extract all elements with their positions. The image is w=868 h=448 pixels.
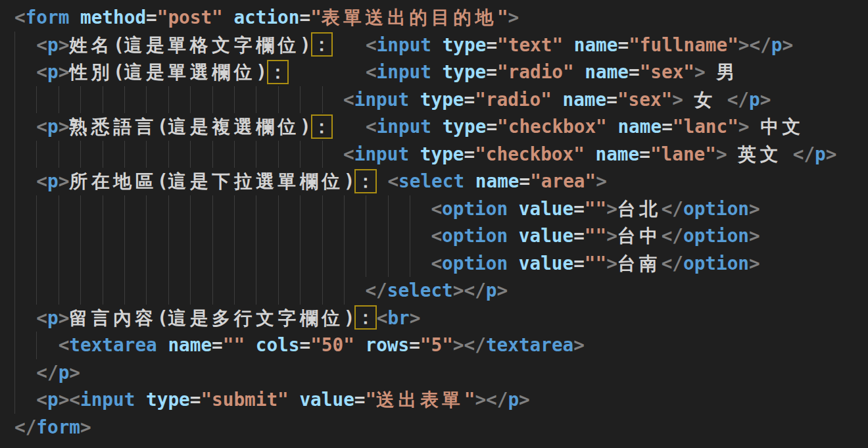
code-token: 中文 (760, 116, 804, 137)
code-line-text: <p>熟悉語言(這是複選欄位)： <input type="checkbox" … (14, 116, 804, 137)
code-token: </ (365, 280, 387, 301)
code-token: option (442, 198, 508, 220)
code-token (782, 143, 793, 165)
code-token: < (366, 61, 377, 83)
unicode-highlight-box: ： (267, 60, 289, 84)
code-token: > (596, 170, 607, 192)
code-token: input (80, 389, 135, 411)
code-line-15[interactable]: <p><input type="submit" value="送出表單"></p… (0, 386, 868, 414)
code-token: < (14, 7, 26, 28)
code-token (431, 116, 443, 137)
code-token: 熟悉語言 (69, 116, 157, 137)
code-token (223, 7, 234, 28)
code-line-text: <option value="">台南</option> (14, 253, 760, 274)
code-area[interactable]: <form method="post" action="表單送出的目的地"> <… (0, 4, 868, 441)
code-line-6[interactable]: <input type="checkbox" name="lane"> 英文 <… (0, 141, 868, 168)
code-token: " (310, 7, 322, 28)
code-token: 男 (716, 61, 738, 83)
code-token: ></ (475, 389, 508, 411)
code-token: 這是單選欄位 (124, 61, 256, 83)
code-token: option (683, 253, 749, 274)
code-token: = (617, 34, 629, 56)
code-token: > (672, 89, 683, 111)
code-token: = (573, 253, 585, 274)
code-line-text: <p>性別(這是單選欄位)： <input type="radio" name=… (14, 61, 738, 83)
leading-indent (14, 116, 36, 137)
code-token: </ (662, 198, 683, 220)
code-token (354, 334, 366, 356)
code-token: 英文 (738, 143, 782, 165)
code-token (706, 61, 717, 83)
code-token: "50" (310, 334, 354, 356)
code-line-5[interactable]: <p>熟悉語言(這是複選欄位)： <input type="checkbox" … (0, 113, 868, 141)
leading-indent (14, 225, 431, 247)
code-token: > (508, 7, 519, 28)
code-token: p (749, 89, 760, 111)
code-token: 這是單格文字欄位 (124, 34, 300, 56)
code-line-7[interactable]: <p>所在地區(這是下拉選單欄位)： <select name="area"> (0, 168, 868, 195)
code-token: > (59, 307, 70, 329)
code-token: type (420, 89, 464, 111)
code-token: p (47, 34, 59, 56)
code-line-2[interactable]: <p>姓名(這是單格文字欄位)： <input type="text" name… (0, 32, 868, 59)
editor-viewport[interactable]: <form method="post" action="表單送出的目的地"> <… (0, 0, 868, 448)
code-token: = (354, 389, 366, 411)
code-token: = (486, 34, 497, 56)
code-token: value (519, 253, 573, 274)
code-token: "radio" (497, 61, 574, 83)
code-token: "sex" (640, 61, 694, 83)
code-token: "" (223, 334, 245, 356)
code-line-14[interactable]: </p> (0, 359, 868, 387)
code-line-text: <option value="">台中</option> (14, 225, 760, 247)
leading-indent (14, 61, 36, 83)
code-token (607, 116, 618, 137)
code-token: </ (36, 362, 58, 384)
code-token: > (606, 198, 617, 220)
code-token: > (749, 253, 760, 274)
code-line-text: <form method="post" action="表單送出的目的地"> (14, 7, 519, 28)
code-token: > (410, 307, 421, 329)
code-line-text: </p> (14, 362, 80, 384)
code-token: method (80, 7, 146, 28)
code-token: 這是多行文字欄位 (168, 307, 344, 329)
code-token: p (47, 389, 59, 411)
code-token: < (36, 61, 47, 83)
code-token: option (683, 198, 749, 220)
code-token: < (387, 170, 398, 192)
leading-indent (14, 198, 431, 220)
code-token: name (617, 116, 662, 137)
code-line-text: <textarea name="" cols="50" rows="5"></t… (14, 334, 585, 356)
code-line-text: </select></p> (14, 280, 508, 301)
code-token: "5" (420, 334, 453, 356)
code-line-1[interactable]: <form method="post" action="表單送出的目的地"> (0, 4, 868, 32)
code-token: ( (157, 170, 168, 192)
code-token: 性別 (69, 61, 113, 83)
code-token: option (442, 253, 508, 274)
code-line-9[interactable]: <option value="">台中</option> (0, 222, 868, 250)
code-token: input (377, 61, 431, 83)
code-line-12[interactable]: <p>留言內容(這是多行文字欄位)：<br> (0, 305, 868, 332)
code-token: < (343, 143, 354, 165)
code-line-11[interactable]: </select></p> (0, 277, 868, 305)
code-token: < (431, 225, 442, 247)
code-token: form (26, 7, 70, 28)
code-token: 姓名 (69, 34, 113, 56)
code-token: > (59, 34, 70, 56)
code-line-10[interactable]: <option value="">台南</option> (0, 250, 868, 278)
code-token (409, 143, 420, 165)
code-token: ( (157, 116, 168, 137)
code-token (135, 389, 146, 411)
code-line-13[interactable]: <textarea name="" cols="50" rows="5"></t… (0, 332, 868, 359)
code-token: 所在地區 (69, 170, 157, 192)
leading-indent (14, 307, 36, 329)
code-token: type (420, 143, 464, 165)
code-line-4[interactable]: <input type="radio" name="sex"> 女 </p> (0, 86, 868, 114)
code-token (563, 34, 574, 56)
code-line-3[interactable]: <p>性別(這是單選欄位)： <input type="radio" name=… (0, 59, 868, 86)
code-token: 表單送出的目的地 (322, 7, 497, 28)
code-line-text: <p>姓名(這是單格文字欄位)： <input type="text" name… (14, 34, 793, 56)
code-token: </ (14, 416, 36, 438)
code-line-8[interactable]: <option value="">台北</option> (0, 195, 868, 223)
code-token (585, 143, 596, 165)
code-line-16[interactable]: </form> (0, 414, 868, 441)
